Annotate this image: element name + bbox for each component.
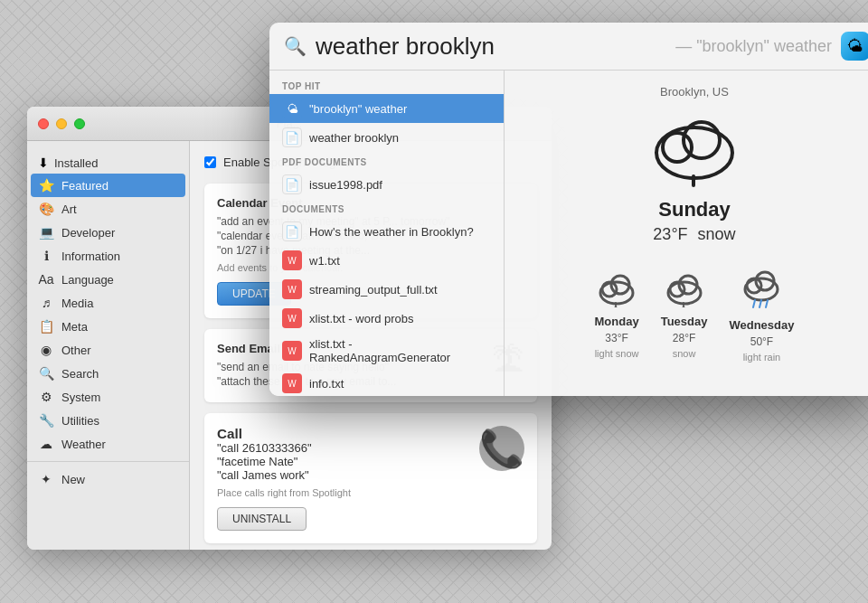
weather-panel: Brooklyn, US Sunday 23°F snow: [505, 71, 868, 396]
spotlight-results: TOP HIT 🌤 "brooklyn" weather 📄 weather b…: [269, 71, 505, 396]
forecast-monday: Monday 33°F light snow: [595, 269, 639, 363]
sidebar-item-meta[interactable]: 📋 Meta: [27, 315, 189, 338]
spotlight-input-text[interactable]: weather brooklyn: [316, 33, 666, 61]
call-actions: UNINSTALL: [217, 507, 468, 531]
weather-label: Weather: [61, 438, 106, 451]
cloud-svg: [645, 106, 744, 187]
installed-label[interactable]: Installed: [54, 156, 98, 170]
sidebar-item-system[interactable]: ⚙ System: [27, 385, 189, 409]
call-quote-3: "call James work": [217, 468, 468, 482]
enable-checkbox[interactable]: [204, 156, 216, 168]
search-label: Search: [61, 367, 99, 381]
other-label: Other: [61, 344, 91, 357]
uninstall-button[interactable]: UNINSTALL: [217, 507, 307, 531]
weather-icon: ☁: [38, 437, 54, 451]
result-icon-info: W: [282, 373, 302, 393]
weather-temp-desc: 23°F snow: [653, 225, 735, 244]
result-text-streaming: streaming_output_full.txt: [309, 283, 438, 297]
tuesday-cond: snow: [673, 348, 696, 359]
featured-label: Featured: [61, 179, 108, 193]
result-hows-weather[interactable]: 📄 How's the weather in Brooklyn?: [269, 217, 504, 246]
art-label: Art: [61, 203, 77, 216]
result-icon-pdf: 📄: [282, 174, 302, 194]
sidebar-item-utilities[interactable]: 🔧 Utilities: [27, 409, 189, 432]
result-streaming[interactable]: W streaming_output_full.txt: [269, 275, 504, 304]
svg-line-18: [753, 300, 755, 307]
result-w1[interactable]: W w1.txt: [269, 246, 504, 275]
sidebar-item-media[interactable]: ♬ Media: [27, 291, 189, 315]
sidebar-item-art[interactable]: 🎨 Art: [27, 197, 189, 221]
weather-forecast: Monday 33°F light snow: [595, 269, 795, 363]
sidebar-item-developer[interactable]: 💻 Developer: [27, 221, 189, 244]
weather-location: Brooklyn, US: [660, 85, 729, 99]
developer-label: Developer: [61, 226, 115, 240]
call-quote-1: "call 2610333366": [217, 441, 468, 455]
information-label: Information: [61, 250, 120, 263]
forecast-wednesday: Wednesday 50°F light rain: [729, 269, 794, 363]
svg-rect-13: [683, 302, 684, 306]
result-icon-doc-1: 📄: [282, 127, 302, 147]
result-xlist1[interactable]: W xlist.txt - word probs: [269, 304, 504, 333]
result-text-xlist2: xlist.txt - RankedAnagramGenerator: [309, 337, 491, 364]
monday-temp: 33°F: [605, 332, 627, 344]
weather-day: Sunday: [658, 198, 730, 221]
wednesday-day: Wednesday: [729, 318, 794, 332]
result-info[interactable]: W info.txt: [269, 369, 504, 396]
result-brooklyn-weather[interactable]: 🌤 "brooklyn" weather: [269, 94, 504, 123]
spotlight-window: 🔍 weather brooklyn — "brooklyn" weather …: [269, 23, 868, 396]
sidebar-item-featured[interactable]: ⭐ Featured: [31, 174, 185, 197]
call-phone-icon: 📞: [479, 426, 524, 471]
documents-label: DOCUMENTS: [269, 199, 504, 217]
svg-point-1: [663, 133, 692, 162]
media-icon: ♬: [38, 296, 54, 310]
sidebar-item-language[interactable]: Aa Language: [27, 268, 189, 291]
result-text-xlist1: xlist.txt - word probs: [309, 312, 414, 325]
result-text-weather-brooklyn: weather brooklyn: [309, 131, 399, 145]
sidebar-item-search[interactable]: 🔍 Search: [27, 362, 189, 385]
result-icon-xlist1: W: [282, 308, 302, 328]
result-icon-hows: 📄: [282, 221, 302, 241]
result-text-info: info.txt: [309, 377, 344, 391]
spotlight-search-icon: 🔍: [284, 35, 307, 57]
sidebar-item-new[interactable]: ✦ New: [27, 467, 189, 491]
result-xlist2[interactable]: W xlist.txt - RankedAnagramGenerator: [269, 333, 504, 369]
language-label: Language: [61, 273, 114, 287]
forecast-icon-tuesday: [664, 269, 705, 311]
svg-line-20: [766, 300, 768, 307]
spotlight-suggestion: — "brooklyn" weather: [675, 37, 832, 56]
result-issue1998[interactable]: 📄 issue1998.pdf: [269, 170, 504, 199]
meta-icon: 📋: [38, 319, 54, 334]
sidebar-item-other[interactable]: ◉ Other: [27, 338, 189, 362]
svg-rect-3: [692, 174, 695, 187]
system-label: System: [61, 391, 100, 404]
spotlight-search-bar: 🔍 weather brooklyn — "brooklyn" weather …: [269, 23, 868, 71]
media-label: Media: [61, 297, 93, 310]
system-icon: ⚙: [38, 390, 54, 404]
tuesday-day: Tuesday: [661, 315, 708, 328]
pdf-documents-label: PDF DOCUMENTS: [269, 152, 504, 170]
result-text-issue: issue1998.pdf: [309, 178, 382, 192]
forecast-tuesday: Tuesday 28°F snow: [661, 269, 708, 363]
wednesday-temp: 50°F: [750, 335, 773, 348]
svg-rect-8: [615, 302, 617, 306]
utilities-icon: 🔧: [38, 413, 54, 428]
call-quote-2: "facetime Nate": [217, 455, 468, 468]
weather-condition: snow: [698, 225, 736, 243]
top-hit-label: TOP HIT: [269, 76, 504, 94]
installed-icon: ⬇: [38, 155, 49, 170]
result-text-brooklyn: "brooklyn" weather: [309, 102, 407, 116]
other-icon: ◉: [38, 343, 54, 357]
monday-day: Monday: [595, 315, 639, 328]
svg-point-14: [682, 306, 684, 308]
sidebar-item-weather[interactable]: ☁ Weather: [27, 432, 189, 456]
sidebar-item-information[interactable]: ℹ Information: [27, 244, 189, 268]
result-icon-streaming: W: [282, 279, 302, 299]
monday-cond: light snow: [595, 348, 639, 359]
search-icon: 🔍: [38, 366, 54, 381]
language-icon: Aa: [38, 272, 54, 287]
result-weather-brooklyn[interactable]: 📄 weather brooklyn: [269, 123, 504, 152]
call-card: Call "call 2610333366" "facetime Nate" "…: [204, 413, 537, 543]
forecast-icon-monday: [596, 269, 637, 311]
utilities-label: Utilities: [61, 414, 99, 428]
information-icon: ℹ: [38, 249, 54, 263]
